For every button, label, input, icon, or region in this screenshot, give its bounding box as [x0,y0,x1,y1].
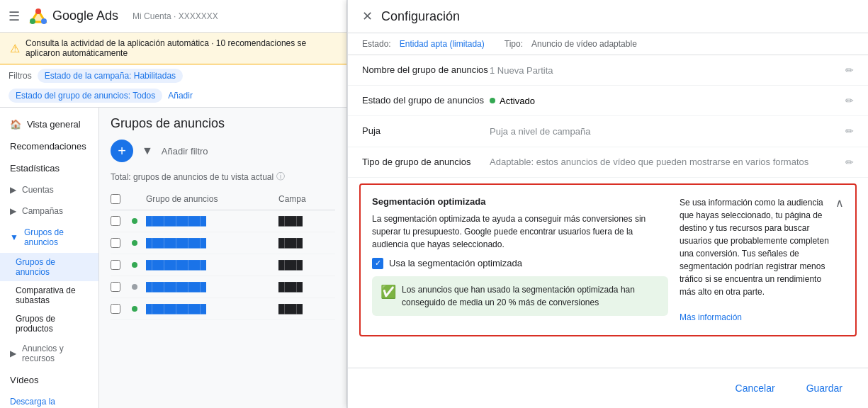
row-checkbox-2[interactable] [111,238,120,248]
table-row: ██████████ ████ [111,232,335,254]
info-icon: ⓘ [276,171,285,183]
form-row-type: Tipo de grupo de anuncios Adaptable: est… [348,147,868,178]
segmentacion-section: Segmentación optimizada La segmentación … [359,183,857,336]
add-filter-text[interactable]: Añadir filtro [162,146,208,157]
warning-bar: ⚠ Consulta la actividad de la aplicación… [0,33,346,64]
estado-value[interactable]: Entidad apta (limitada) [400,39,485,49]
save-button[interactable]: Guardar [795,377,854,400]
app-title: Google Ads [52,8,118,23]
sidebar-videos-label: Vídeos [10,375,38,385]
total-row: Total: grupos de anuncios de tu vista ac… [111,171,335,183]
sidebar-item-accounts[interactable]: ▶ Cuentas [0,179,98,200]
cancel-button[interactable]: Cancelar [724,377,787,400]
check-circle-icon: ✅ [381,284,396,300]
filter-chip-campaign[interactable]: Estado de la campaña: Habilitadas [38,69,183,83]
edit-icon-puja[interactable]: ✏ [833,125,854,137]
adgroup-name-1: ██████████ [146,216,278,226]
filter-chip-group[interactable]: Estado del grupo de anuncios: Todos [9,89,162,103]
sidebar-item-stats[interactable]: Estadísticas [0,157,98,179]
toolbar: + ▼ Añadir filtro [111,140,335,162]
table-header: Grupo de anuncios Campa [111,188,335,210]
total-text: Total: grupos de anuncios de tu vista ac… [111,172,274,182]
info-text: Los anuncios que han usado la segmentaci… [402,283,660,309]
configuration-modal: ✕ Configuración Estado: Entidad apta (li… [347,0,868,408]
form-row-status: Estado del grupo de anuncios Activado ✏ [348,86,868,116]
filter-icon[interactable]: ▼ [142,144,153,157]
filters-bar: Filtros Estado de la campaña: Habilitada… [0,64,346,108]
field-value-name: 1 Nueva Partita [490,65,833,76]
table-row: ██████████ ████ [111,298,335,320]
sidebar-download-label: Descarga la [10,397,55,407]
segmentacion-header: Segmentación optimizada La segmentación … [372,196,844,324]
logo-svg [28,6,48,26]
more-info-link[interactable]: Más información [680,312,742,322]
sidebar-ads-label: Anuncios y recursos [22,344,89,363]
edit-icon-type[interactable]: ✏ [833,157,854,168]
sidebar-item-adgroups-parent[interactable]: ▼ Grupos de anuncios [0,222,98,253]
campaign-header: Campa [278,194,335,204]
sidebar-product-groups-label: Grupos de productos [16,314,55,334]
row-checkbox-4[interactable] [111,282,120,292]
sidebar-item-adgroups[interactable]: Grupos de anuncios [0,253,98,281]
sidebar-accounts-label: Cuentas [22,185,54,195]
close-button[interactable]: ✕ [362,8,373,24]
sidebar-item-overview[interactable]: 🏠 Vista general [0,113,98,135]
arrow-down-icon: ▼ [10,232,18,242]
field-value-type: Adaptable: estos anuncios de vídeo que p… [490,157,833,167]
campaign-4: ████ [278,282,335,292]
checkbox-optimized[interactable]: ✓ [372,258,383,269]
hamburger-icon[interactable]: ☰ [9,8,20,24]
field-label-type: Tipo de grupo de anuncios [362,156,490,169]
campaign-3: ████ [278,260,335,270]
status-active-dot [490,98,495,103]
sidebar-stats-label: Estadísticas [10,163,60,174]
google-ads-logo: Google Ads [28,6,118,26]
row-checkbox-3[interactable] [111,260,120,270]
sidebar-item-recommendations[interactable]: Recomendaciones [0,135,98,157]
segmentacion-right-text: Se usa información como la audiencia que… [680,198,829,297]
home-icon: 🏠 [10,119,21,130]
field-label-puja: Puja [362,125,490,137]
filters-label: Filtros [9,71,32,81]
sidebar-campaigns-label: Campañas [22,206,63,216]
modal-status-bar: Estado: Entidad apta (limitada) Tipo: An… [348,33,868,55]
adgroup-header: Grupo de anuncios [146,194,278,204]
sidebar-overview-label: Vista general [27,119,81,130]
adgroup-name-4: ██████████ [146,282,278,292]
arrow-right-icon: ▶ [10,185,16,195]
row-checkbox-5[interactable] [111,304,120,314]
status-dot-3 [132,262,137,268]
field-label-name: Nombre del grupo de anuncios [362,64,490,76]
edit-icon-status[interactable]: ✏ [833,95,854,106]
status-dot-5 [132,306,137,312]
sidebar-item-ads[interactable]: ▶ Anuncios y recursos [0,338,98,369]
collapse-icon[interactable]: ∧ [835,196,844,210]
sidebar: 🏠 Vista general Recomendaciones Estadíst… [0,108,99,408]
add-filter-chip[interactable]: Añadir [168,91,193,101]
sidebar-item-campaigns[interactable]: ▶ Campañas [0,200,98,222]
modal-body: Nombre del grupo de anuncios 1 Nueva Par… [348,55,868,368]
sidebar-item-auction[interactable]: Comparativa de subastas [0,281,98,310]
checkbox-label: Usa la segmentación optimizada [389,258,522,268]
status-dot-1 [132,218,137,224]
field-value-status: Activado [490,96,833,106]
campaign-2: ████ [278,238,335,248]
form-row-puja: Puja Puja a nivel de campaña ✏ [348,116,868,147]
select-all-checkbox[interactable] [111,194,120,204]
top-bar: ☰ Google Ads Mi Cuenta · XXXXXXX [0,0,346,33]
row-checkbox-1[interactable] [111,216,120,226]
estado-label: Estado: [362,39,391,49]
sidebar-item-product-groups[interactable]: Grupos de productos [0,310,98,338]
page-title: Grupos de anuncios [111,116,335,131]
segmentacion-left: Segmentación optimizada La segmentación … [372,196,680,316]
tipo-label: Tipo: [505,39,523,49]
sidebar-item-download[interactable]: Descarga la [0,391,98,408]
segmentacion-title: Segmentación optimizada [372,196,668,207]
sidebar-item-videos[interactable]: Vídeos [0,369,98,391]
add-button[interactable]: + [111,140,133,162]
modal-footer: Cancelar Guardar [348,368,868,408]
form-row-name: Nombre del grupo de anuncios 1 Nueva Par… [348,55,868,86]
svg-point-2 [30,18,35,24]
edit-icon-name[interactable]: ✏ [833,64,854,76]
tipo-value: Anuncio de vídeo adaptable [531,39,637,49]
